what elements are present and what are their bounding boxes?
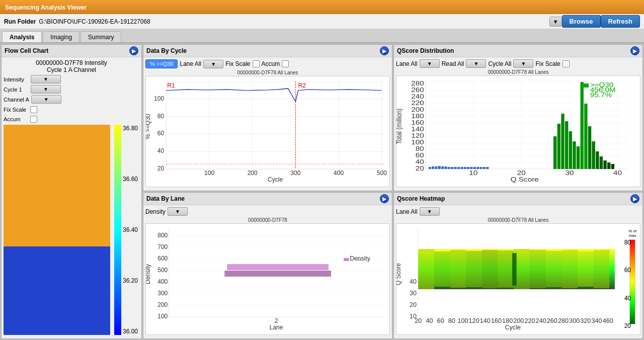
app-title: Sequencing Analysis Viewer [5, 4, 87, 11]
fc-scale-v2: 36.60 [123, 176, 138, 183]
svg-rect-136 [434, 251, 450, 287]
fc-scale-v3: 36.40 [123, 226, 138, 233]
qsh-tick-20: 20 [624, 322, 631, 329]
svg-rect-78 [596, 151, 599, 169]
svg-text:30: 30 [410, 290, 417, 297]
dbl-density-label: Density [145, 208, 166, 215]
dbc-accum-checkbox[interactable] [282, 60, 289, 67]
svg-rect-138 [466, 251, 482, 287]
fc-accum-checkbox[interactable] [30, 116, 37, 123]
fc-subtitle2: Cycle 1 A Channel [4, 66, 139, 73]
fc-channel-label: Channel A [4, 97, 29, 103]
qsd-expand-button[interactable]: ▶ [630, 46, 639, 55]
svg-text:95.7%: 95.7% [590, 92, 612, 99]
qsh-legend-label: % of max [625, 229, 640, 238]
dbl-expand-button[interactable]: ▶ [380, 194, 389, 203]
qsh-tick-80: 80 [624, 239, 631, 246]
qsd-read-dropdown[interactable]: ▼ [466, 59, 486, 68]
nav-arrow-button[interactable]: ▼ [549, 17, 562, 27]
qsd-read-label: Read All [442, 60, 464, 67]
tab-summary[interactable]: Summary [80, 31, 121, 42]
dbl-density-dropdown[interactable]: ▼ [168, 207, 188, 216]
qsd-cycle-dropdown[interactable]: ▼ [513, 59, 533, 68]
fc-channel-dropdown[interactable]: ▼ [31, 95, 61, 104]
qsd-fixscale-label: Fix Scale [535, 60, 560, 67]
dbc-svg: R1 R2 20 40 60 80 100 100 200 [146, 76, 389, 187]
qsh-title: Qscore Heatmap [397, 195, 445, 202]
dbl-chart-area: 100 200 300 400 500 600 700 800 2 Lane D… [145, 223, 390, 335]
svg-rect-57 [457, 167, 460, 169]
fc-scale-container: 36.80 36.60 36.40 36.20 36.00 [114, 125, 139, 335]
tab-analysis[interactable]: Analysis [2, 31, 42, 42]
qsh-legend: % of max 80 60 40 20 [625, 224, 640, 334]
svg-text:140: 140 [480, 317, 491, 324]
svg-rect-60 [467, 167, 469, 169]
svg-rect-143 [530, 250, 546, 288]
svg-text:100: 100 [411, 139, 424, 146]
svg-rect-142 [512, 253, 516, 286]
svg-text:% >=Q30: % >=Q30 [146, 114, 151, 139]
svg-text:Density: Density [146, 264, 151, 284]
qsh-tick-60: 60 [624, 267, 631, 274]
qscore-heatmap-panel: Qscore Heatmap ▶ Lane All ▼ 00000000-D7F… [393, 192, 643, 339]
dbc-filter-button[interactable]: % >=Q30 [145, 59, 178, 68]
fc-bar [4, 125, 110, 335]
svg-text:R2: R2 [298, 82, 306, 89]
dbc-expand-button[interactable]: ▶ [380, 46, 389, 55]
svg-text:Cycle: Cycle [505, 324, 521, 331]
qsd-fixscale-checkbox[interactable] [562, 60, 570, 67]
svg-rect-137 [450, 250, 466, 288]
flow-cell-header: Flow Cell Chart ▶ [2, 45, 141, 57]
refresh-button[interactable]: Refresh [601, 15, 640, 28]
fc-cycle-dropdown[interactable]: ▼ [31, 85, 61, 94]
svg-rect-56 [454, 167, 457, 169]
qsh-expand-button[interactable]: ▶ [630, 194, 639, 203]
fc-intensity-dropdown[interactable]: ▼ [31, 75, 61, 83]
dbl-title: Data By Lane [146, 195, 185, 202]
qsd-lane-dropdown[interactable]: ▼ [420, 59, 440, 68]
svg-text:260: 260 [411, 87, 424, 94]
svg-rect-147 [594, 250, 610, 288]
browse-button[interactable]: Browse [562, 15, 601, 28]
qsh-lane-dropdown[interactable]: ▼ [420, 207, 440, 216]
tabs-bar: Analysis Imaging Summary [0, 29, 644, 43]
svg-text:200: 200 [157, 301, 168, 308]
svg-rect-48 [429, 167, 431, 169]
dbc-fixscale-label: Fix Scale [225, 60, 250, 67]
svg-text:40: 40 [157, 147, 165, 154]
dbc-fixscale-checkbox[interactable] [253, 60, 260, 67]
svg-rect-64 [480, 167, 482, 169]
svg-text:180: 180 [502, 317, 513, 324]
svg-text:60: 60 [437, 317, 444, 324]
svg-text:60: 60 [157, 130, 165, 137]
svg-text:40: 40 [426, 317, 433, 324]
svg-text:20: 20 [517, 170, 526, 177]
svg-text:80: 80 [448, 317, 455, 324]
svg-text:220: 220 [411, 100, 424, 107]
flow-cell-expand-button[interactable]: ▶ [129, 46, 138, 55]
svg-rect-76 [588, 126, 591, 169]
svg-text:Lane: Lane [270, 324, 283, 331]
svg-text:100: 100 [154, 95, 164, 102]
svg-rect-145 [561, 250, 578, 288]
tab-imaging[interactable]: Imaging [43, 31, 79, 42]
main-content: Flow Cell Chart ▶ 00000000-D7F78 Intensi… [0, 43, 644, 340]
svg-text:20: 20 [416, 165, 424, 172]
dbl-header: Data By Lane ▶ [143, 193, 392, 205]
svg-rect-77 [592, 141, 595, 169]
svg-text:2: 2 [275, 317, 278, 324]
fc-gradient-bar [114, 125, 121, 335]
svg-text:20: 20 [157, 165, 165, 172]
svg-text:240: 240 [411, 94, 424, 100]
qsd-chart-area: >=Q30 456.0M 95.7% 20 40 60 80 100 120 1… [396, 75, 640, 187]
runfolder-bar: Run Folder G:\BIOINFO\UFC-190926-EA-1912… [0, 14, 644, 29]
fc-controls: Intensity ▼ Cycle 1 ▼ Channel A ▼ Fix Sc… [4, 75, 139, 123]
svg-text:280: 280 [558, 317, 569, 324]
qscore-dist-panel: QScore Distribution ▶ Lane All ▼ Read Al… [393, 44, 643, 191]
svg-text:200: 200 [513, 317, 524, 324]
svg-text:100: 100 [204, 169, 214, 177]
svg-rect-72 [573, 141, 576, 169]
dbc-lane-dropdown[interactable]: ▼ [203, 60, 223, 68]
fc-fixscale-checkbox[interactable] [30, 106, 37, 113]
dbc-content: % >=Q30 Lane All ▼ Fix Scale Accum 00000… [143, 57, 392, 189]
